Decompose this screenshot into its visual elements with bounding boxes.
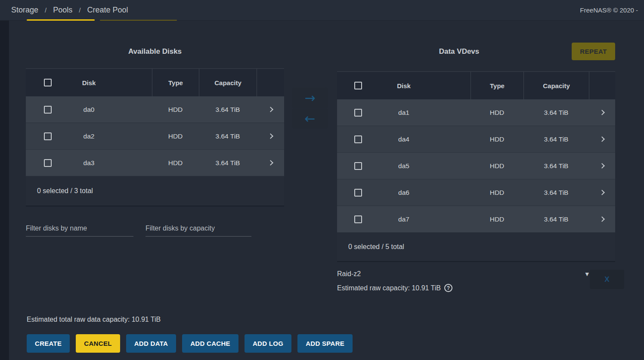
breadcrumb-storage[interactable]: Storage (11, 6, 38, 15)
estimated-raw-capacity-text: Estimated raw capacity: 10.91 TiB (337, 284, 441, 292)
row-checkbox[interactable] (354, 109, 362, 117)
disk-type: HDD (471, 206, 523, 232)
remove-vdev-button[interactable]: X (590, 270, 624, 289)
row-checkbox[interactable] (354, 189, 362, 197)
help-icon[interactable]: ? (444, 284, 452, 292)
disk-capacity: 3.64 TiB (523, 126, 589, 152)
available-disks-table: Disk Type Capacity da0 HDD 3.64 TiB da2 … (26, 68, 284, 206)
chevron-right-icon[interactable] (599, 136, 605, 142)
selection-summary: 0 selected / 5 total (337, 233, 615, 262)
disk-filters (26, 223, 251, 237)
chevron-right-icon[interactable] (599, 110, 605, 115)
table-row: da1 HDD 3.64 TiB (337, 99, 615, 126)
disk-type: HDD (471, 126, 523, 152)
select-all-checkbox[interactable] (44, 79, 52, 86)
chevron-right-icon[interactable] (268, 133, 273, 139)
cancel-button[interactable]: CANCEL (76, 334, 120, 353)
breadcrumb-separator: / (79, 6, 80, 14)
column-header-disk: Disk (397, 82, 411, 89)
table-row: da6 HDD 3.64 TiB (337, 179, 615, 206)
add-cache-button[interactable]: ADD CACHE (182, 334, 238, 353)
create-button[interactable]: CREATE (27, 334, 70, 353)
table-row: da4 HDD 3.64 TiB (337, 126, 615, 153)
repeat-button[interactable]: REPEAT (572, 43, 615, 60)
table-row: da2 HDD 3.64 TiB (26, 123, 284, 150)
arrow-right-icon[interactable]: → (292, 88, 328, 108)
table-row: da0 HDD 3.64 TiB (26, 96, 284, 123)
breadcrumb-create-pool: Create Pool (87, 6, 128, 15)
disk-name: da1 (398, 109, 409, 117)
column-header-type: Type (471, 72, 523, 99)
disk-name: da2 (84, 132, 95, 140)
inactive-tab-indicator[interactable] (100, 20, 177, 21)
row-checkbox[interactable] (354, 135, 362, 143)
breadcrumb-separator: / (45, 6, 46, 14)
move-buttons: → ← (292, 88, 328, 129)
chevron-right-icon[interactable] (599, 190, 605, 195)
disk-capacity: 3.64 TiB (523, 179, 589, 206)
disk-capacity: 3.64 TiB (523, 153, 589, 179)
action-buttons: CREATE CANCEL ADD DATA ADD CACHE ADD LOG… (27, 334, 353, 353)
total-capacity-summary: Estimated total raw data capacity: 10.91… (27, 316, 161, 323)
column-header-expand (257, 69, 284, 96)
freenas-copyright: FreeNAS® © 2020 - (580, 6, 638, 14)
table-row: da5 HDD 3.64 TiB (337, 153, 615, 179)
filter-capacity-input[interactable] (146, 223, 251, 237)
row-checkbox[interactable] (354, 162, 362, 170)
select-all-checkbox[interactable] (354, 82, 362, 89)
disk-type: HDD (152, 123, 199, 149)
add-spare-button[interactable]: ADD SPARE (297, 334, 353, 353)
add-data-button[interactable]: ADD DATA (126, 334, 176, 353)
chevron-right-icon[interactable] (268, 160, 273, 166)
arrow-left-icon[interactable]: ← (292, 108, 328, 129)
estimated-raw-capacity: Estimated raw capacity: 10.91 TiB ? (337, 284, 452, 292)
disk-type: HDD (152, 96, 199, 123)
disk-type: HDD (471, 153, 523, 179)
breadcrumb-pools[interactable]: Pools (53, 6, 72, 15)
row-checkbox[interactable] (354, 215, 362, 223)
disk-capacity: 3.64 TiB (199, 150, 257, 176)
active-tab-indicator[interactable] (27, 19, 95, 21)
row-checkbox[interactable] (44, 106, 52, 114)
disk-name: da6 (398, 189, 409, 197)
raid-type-value: Raid-z2 (337, 270, 361, 278)
chevron-right-icon[interactable] (268, 107, 273, 112)
dropdown-caret-icon: ▼ (585, 271, 589, 277)
disk-name: da4 (398, 135, 409, 143)
row-checkbox[interactable] (44, 159, 52, 167)
column-header-expand (589, 72, 615, 99)
column-header-capacity: Capacity (199, 69, 257, 96)
table-header: Disk Type Capacity (26, 68, 284, 96)
chevron-right-icon[interactable] (599, 216, 605, 222)
data-vdevs-table: Disk Type Capacity da1 HDD 3.64 TiB da4 … (337, 71, 615, 262)
table-header: Disk Type Capacity (337, 71, 615, 99)
breadcrumb: Storage / Pools / Create Pool (11, 6, 128, 15)
disk-capacity: 3.64 TiB (199, 123, 257, 149)
disk-type: HDD (471, 179, 523, 206)
selection-summary: 0 selected / 3 total (26, 176, 284, 206)
disk-capacity: 3.64 TiB (523, 206, 589, 232)
disk-name: da0 (84, 106, 95, 114)
column-header-type: Type (152, 69, 199, 96)
row-checkbox[interactable] (44, 132, 52, 140)
disk-name: da7 (398, 215, 409, 223)
add-log-button[interactable]: ADD LOG (245, 334, 291, 353)
left-edge-strip (0, 21, 9, 360)
available-disks-title: Available Disks (26, 47, 284, 56)
data-vdevs-title: Data VDevs (337, 47, 581, 56)
top-bar: Storage / Pools / Create Pool FreeNAS® ©… (0, 0, 644, 21)
column-header-disk: Disk (82, 79, 96, 86)
table-row: da3 HDD 3.64 TiB (26, 150, 284, 176)
disk-name: da5 (398, 162, 409, 170)
column-header-capacity: Capacity (523, 72, 589, 99)
disk-capacity: 3.64 TiB (523, 99, 589, 126)
disk-type: HDD (471, 99, 523, 126)
disk-capacity: 3.64 TiB (199, 96, 257, 123)
chevron-right-icon[interactable] (599, 163, 605, 169)
filter-name-input[interactable] (26, 223, 133, 237)
raid-type-select[interactable]: Raid-z2 ▼ (337, 270, 589, 278)
table-row: da7 HDD 3.64 TiB (337, 206, 615, 233)
disk-type: HDD (152, 150, 199, 176)
disk-name: da3 (84, 159, 95, 167)
